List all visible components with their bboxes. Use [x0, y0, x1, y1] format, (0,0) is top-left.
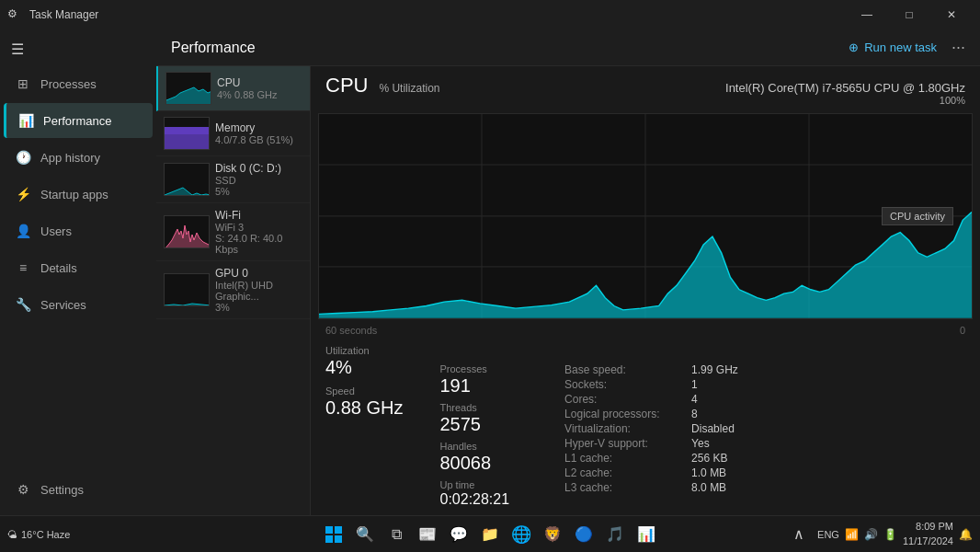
- stats-col-1: Utilization 4% Speed 0.88 GHz: [325, 345, 403, 508]
- weather-icon: 🌤: [7, 529, 17, 540]
- virtualization-val: Disabled: [691, 422, 735, 435]
- sidebar-item-users[interactable]: 👤 Users: [4, 213, 153, 248]
- resource-memory[interactable]: Memory 4.0/7.8 GB (51%): [156, 111, 310, 156]
- wifi-thumb: [164, 215, 210, 248]
- sidebar-item-services[interactable]: 🔧 Services: [4, 287, 153, 322]
- performance-icon: 📊: [17, 112, 34, 129]
- gpu-name: GPU 0: [215, 267, 302, 280]
- sidebar-item-details[interactable]: ≡ Details: [4, 250, 153, 285]
- browser-edge-button[interactable]: 🌐: [508, 522, 534, 547]
- stat-utilization: Utilization 4%: [325, 345, 403, 378]
- chat-button[interactable]: 💬: [446, 522, 472, 547]
- sidebar-item-startup-apps[interactable]: ⚡ Startup apps: [4, 177, 153, 212]
- sidebar-label-startup: Startup apps: [40, 188, 108, 201]
- chrome-button[interactable]: 🔵: [571, 522, 597, 547]
- widgets-button[interactable]: 📰: [415, 522, 440, 547]
- services-icon: 🔧: [15, 296, 31, 313]
- date-display: 11/17/2024: [903, 535, 953, 548]
- close-button[interactable]: ✕: [930, 0, 973, 29]
- stat-speed: Speed 0.88 GHz: [325, 385, 403, 419]
- hyperv-key: Hyper-V support:: [564, 437, 684, 450]
- cpu-val: 4% 0.88 GHz: [217, 89, 302, 100]
- memory-info: Memory 4.0/7.8 GB (51%): [215, 121, 302, 145]
- stat-l2cache: L2 cache: 1.0 MB: [564, 466, 738, 479]
- file-explorer-button[interactable]: 📁: [477, 522, 503, 547]
- media-button[interactable]: 🎵: [602, 522, 628, 547]
- startup-icon: ⚡: [15, 186, 31, 202]
- task-view-button[interactable]: ⧉: [383, 522, 409, 547]
- base-speed-key: Base speed:: [564, 363, 684, 376]
- resource-wifi[interactable]: Wi-Fi WiFi 3 S: 24.0 R: 40.0 Kbps: [156, 203, 310, 261]
- taskbar-center: 🔍 ⧉ 📰 💬 📁 🌐 🦁 🔵 🎵 📊: [321, 522, 659, 547]
- gpu-thumb: [164, 273, 210, 306]
- wifi-info: Wi-Fi WiFi 3 S: 24.0 R: 40.0 Kbps: [215, 209, 302, 255]
- pct-0: 0: [952, 323, 973, 338]
- resource-gpu[interactable]: GPU 0 Intel(R) UHD Graphic... 3%: [156, 261, 310, 319]
- taskmanager-pinned[interactable]: 📊: [633, 522, 659, 547]
- sidebar-item-app-history[interactable]: 🕐 App history: [4, 140, 153, 175]
- stat-sockets: Sockets: 1: [564, 378, 738, 391]
- sidebar-item-processes[interactable]: ⊞ Processes: [4, 66, 153, 101]
- gpu-val: 3%: [215, 302, 302, 313]
- minimize-button[interactable]: —: [846, 0, 888, 29]
- threads-label: Threads: [439, 402, 509, 413]
- stat-cores: Cores: 4: [564, 393, 738, 406]
- stat-l1cache: L1 cache: 256 KB: [564, 452, 738, 465]
- logical-processors-key: Logical processors:: [564, 408, 684, 420]
- processes-icon: ⊞: [15, 75, 31, 92]
- run-task-icon: ⊕: [849, 40, 859, 54]
- stat-virtualization: Virtualization: Disabled: [564, 422, 738, 435]
- detail-title: CPU: [325, 74, 368, 98]
- run-new-task-button[interactable]: ⊕ Run new task: [849, 40, 937, 54]
- stat-threads: Threads 2575: [439, 402, 509, 435]
- more-options-button[interactable]: ···: [952, 38, 965, 57]
- disk-thumb: [164, 163, 210, 196]
- start-button[interactable]: [321, 522, 347, 547]
- hamburger-menu[interactable]: ☰: [0, 33, 156, 65]
- speed-value: 0.88 GHz: [325, 397, 403, 419]
- chevron-up-icon[interactable]: ∧: [786, 522, 812, 547]
- disk-info: Disk 0 (C: D:) SSD 5%: [215, 162, 302, 197]
- cpu-activity-label: CPU activity: [882, 207, 953, 225]
- cpu-chart: CPU activity: [318, 113, 973, 319]
- processes-value: 191: [439, 374, 509, 397]
- app-icon: ⚙: [7, 7, 22, 22]
- brave-button[interactable]: 🦁: [540, 522, 565, 547]
- sidebar-label-app-history: App history: [40, 151, 100, 165]
- language-indicator: ENG: [817, 529, 839, 540]
- svg-rect-16: [335, 535, 342, 543]
- cores-val: 4: [691, 393, 698, 406]
- memory-val: 4.0/7.8 GB (51%): [215, 134, 302, 145]
- sidebar-item-performance[interactable]: 📊 Performance: [4, 103, 153, 138]
- users-icon: 👤: [15, 223, 31, 239]
- sockets-key: Sockets:: [564, 378, 684, 391]
- sidebar-label-users: Users: [40, 224, 72, 238]
- cpu-info: CPU 4% 0.88 GHz: [217, 76, 302, 100]
- cpu-full-name: Intel(R) Core(TM) i7-8565U CPU @ 1.80GHz: [725, 81, 965, 95]
- sidebar-label-performance: Performance: [43, 114, 111, 128]
- notification-icon[interactable]: 🔔: [959, 528, 973, 541]
- wifi-val: S: 24.0 R: 40.0 Kbps: [215, 233, 302, 255]
- cores-key: Cores:: [564, 393, 684, 406]
- page-title: Performance: [171, 40, 256, 56]
- gpu-sub2: Intel(R) UHD Graphic...: [215, 280, 302, 302]
- volume-icon[interactable]: 🔊: [864, 528, 878, 541]
- detail-subtitle: % Utilization: [379, 82, 439, 95]
- title-bar-left: ⚙ Task Manager: [7, 7, 98, 22]
- stat-l3cache: L3 cache: 8.0 MB: [564, 481, 738, 494]
- resource-cpu[interactable]: CPU 4% 0.88 GHz: [156, 66, 310, 111]
- search-button[interactable]: 🔍: [352, 522, 378, 547]
- maximize-button[interactable]: □: [888, 0, 930, 29]
- sidebar-item-settings[interactable]: ⚙ Settings: [4, 472, 153, 507]
- stat-processes: Processes 191: [439, 363, 509, 397]
- wifi-name: Wi-Fi: [215, 209, 302, 222]
- weather-widget[interactable]: 🌤 16°C Haze: [7, 529, 70, 540]
- utilization-label: Utilization: [325, 345, 403, 356]
- resource-disk[interactable]: Disk 0 (C: D:) SSD 5%: [156, 156, 310, 203]
- clock[interactable]: 8:09 PM 11/17/2024: [903, 520, 953, 548]
- weather-text: 16°C Haze: [21, 529, 70, 540]
- sidebar-label-settings: Settings: [40, 483, 84, 497]
- sockets-val: 1: [691, 378, 698, 391]
- threads-value: 2575: [439, 413, 509, 435]
- l3cache-key: L3 cache:: [564, 481, 684, 494]
